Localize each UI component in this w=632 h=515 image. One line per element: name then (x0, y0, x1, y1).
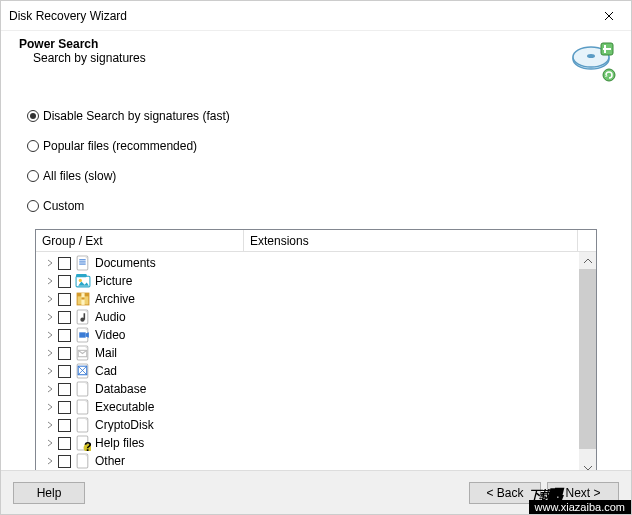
chevron-right-icon[interactable] (44, 349, 56, 357)
tree-row-label: Audio (95, 310, 126, 324)
checkbox[interactable] (58, 293, 71, 306)
tree-row-exe[interactable]: Executable (36, 398, 579, 416)
chevron-right-icon[interactable] (44, 403, 56, 411)
tree-row-other[interactable]: Other (36, 452, 579, 470)
radio-option-2[interactable]: All files (slow) (27, 169, 605, 183)
checkbox[interactable] (58, 437, 71, 450)
disk-recovery-icon (569, 37, 617, 85)
radio-option-0[interactable]: Disable Search by signatures (fast) (27, 109, 605, 123)
column-header-group[interactable]: Group / Ext (36, 230, 244, 252)
vertical-scrollbar[interactable] (579, 252, 596, 476)
svg-rect-11 (76, 274, 87, 277)
chevron-right-icon[interactable] (44, 385, 56, 393)
tree-row-arc[interactable]: Archive (36, 290, 579, 308)
chevron-right-icon[interactable] (44, 439, 56, 447)
svg-rect-18 (84, 313, 86, 319)
tree-row-pic[interactable]: Picture (36, 272, 579, 290)
radio-icon (27, 110, 39, 122)
aud-icon (75, 309, 91, 325)
chevron-right-icon[interactable] (44, 277, 56, 285)
doc-icon (75, 255, 91, 271)
tree-row-aud[interactable]: Audio (36, 308, 579, 326)
tree-row-label: Mail (95, 346, 117, 360)
checkbox[interactable] (58, 419, 71, 432)
tree-row-db[interactable]: Database (36, 380, 579, 398)
svg-text:?: ? (84, 439, 91, 451)
tree-row-label: Cad (95, 364, 117, 378)
scroll-up-button[interactable] (579, 252, 596, 269)
tree-row-label: Picture (95, 274, 132, 288)
tree-row-label: Other (95, 454, 125, 468)
tree-row-label: Help files (95, 436, 144, 450)
file-type-tree[interactable]: DocumentsPictureArchiveAudioVideoMailCad… (36, 252, 579, 476)
radio-label: Custom (43, 199, 84, 213)
back-button[interactable]: < Back (469, 482, 541, 504)
cad-icon (75, 363, 91, 379)
crypt-icon (75, 417, 91, 433)
radio-icon (27, 140, 39, 152)
svg-rect-6 (79, 259, 85, 260)
scroll-thumb[interactable] (579, 269, 596, 449)
help-icon: ? (75, 435, 91, 451)
checkbox[interactable] (58, 455, 71, 468)
radio-label: Popular files (recommended) (43, 139, 197, 153)
svg-rect-7 (79, 261, 85, 262)
pic-icon (75, 273, 91, 289)
tree-row-label: Archive (95, 292, 135, 306)
svg-point-4 (603, 69, 615, 81)
tree-row-crypt[interactable]: CryptoDisk (36, 416, 579, 434)
close-icon (604, 11, 614, 21)
window-title: Disk Recovery Wizard (9, 9, 586, 23)
svg-rect-15 (81, 297, 84, 299)
checkbox[interactable] (58, 365, 71, 378)
tree-row-mail[interactable]: Mail (36, 344, 579, 362)
chevron-right-icon[interactable] (44, 367, 56, 375)
column-header-spacer (578, 230, 596, 252)
radio-label: Disable Search by signatures (fast) (43, 109, 230, 123)
checkbox[interactable] (58, 347, 71, 360)
column-header-extensions[interactable]: Extensions (244, 230, 578, 252)
exe-icon (75, 399, 91, 415)
tree-row-label: Video (95, 328, 125, 342)
checkbox[interactable] (58, 329, 71, 342)
radio-option-1[interactable]: Popular files (recommended) (27, 139, 605, 153)
tree-row-help[interactable]: ?Help files (36, 434, 579, 452)
checkbox[interactable] (58, 383, 71, 396)
radio-icon (27, 200, 39, 212)
tree-row-label: Executable (95, 400, 154, 414)
chevron-right-icon[interactable] (44, 295, 56, 303)
chevron-right-icon[interactable] (44, 457, 56, 465)
next-button[interactable]: Next > (547, 482, 619, 504)
db-icon (75, 381, 91, 397)
svg-rect-8 (79, 264, 85, 265)
vid-icon (75, 327, 91, 343)
radio-label: All files (slow) (43, 169, 116, 183)
other-icon (75, 453, 91, 469)
checkbox[interactable] (58, 401, 71, 414)
svg-rect-20 (79, 332, 85, 337)
checkbox[interactable] (58, 275, 71, 288)
close-button[interactable] (586, 1, 631, 30)
checkbox[interactable] (58, 257, 71, 270)
chevron-up-icon (584, 258, 592, 264)
chevron-right-icon[interactable] (44, 331, 56, 339)
tree-row-doc[interactable]: Documents (36, 254, 579, 272)
checkbox[interactable] (58, 311, 71, 324)
tree-row-label: Documents (95, 256, 156, 270)
tree-row-vid[interactable]: Video (36, 326, 579, 344)
mail-icon (75, 345, 91, 361)
chevron-right-icon[interactable] (44, 313, 56, 321)
radio-icon (27, 170, 39, 182)
arc-icon (75, 291, 91, 307)
help-button[interactable]: Help (13, 482, 85, 504)
chevron-right-icon[interactable] (44, 421, 56, 429)
tree-row-label: Database (95, 382, 146, 396)
chevron-right-icon[interactable] (44, 259, 56, 267)
page-subtitle: Search by signatures (19, 51, 569, 65)
tree-row-cad[interactable]: Cad (36, 362, 579, 380)
page-title: Power Search (19, 37, 569, 51)
svg-point-2 (587, 54, 595, 58)
radio-option-3[interactable]: Custom (27, 199, 605, 213)
tree-row-label: CryptoDisk (95, 418, 154, 432)
